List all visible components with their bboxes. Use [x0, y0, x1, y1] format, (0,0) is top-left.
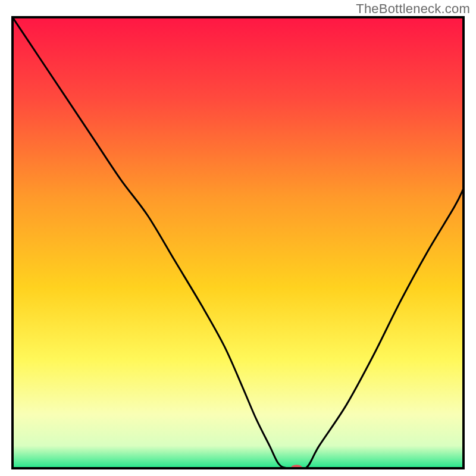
- gradient-background: [12, 17, 464, 468]
- bottleneck-chart: [0, 0, 476, 476]
